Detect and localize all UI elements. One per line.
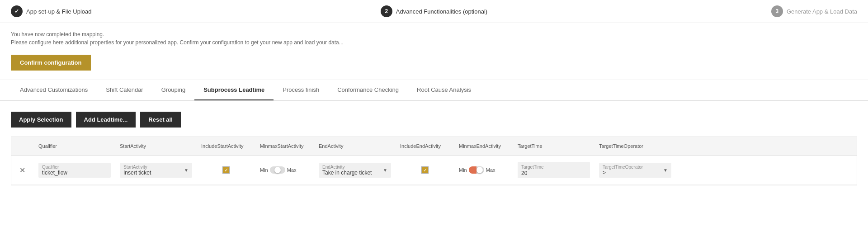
- step1-label: App set-up & File Upload: [26, 8, 92, 15]
- start-activity-select[interactable]: StartActivity Insert ticket ▼: [120, 163, 192, 178]
- tab-process-finish[interactable]: Process finish: [274, 80, 328, 100]
- th-qualifier: Qualifier: [34, 141, 115, 151]
- tabs-bar: Advanced Customizations Shift Calendar G…: [0, 80, 868, 101]
- qualifier-field[interactable]: Qualifier ticket_flow: [38, 163, 111, 178]
- message-text: You have now completed the mapping. Plea…: [11, 30, 857, 47]
- tab-grouping[interactable]: Grouping: [152, 80, 194, 100]
- delete-cell: ✕: [11, 163, 34, 177]
- start-activity-value: Insert ticket: [123, 170, 151, 176]
- minmax-start-cell: Min Max: [255, 165, 314, 175]
- step3-circle: 3: [771, 5, 783, 17]
- tab-shift-calendar[interactable]: Shift Calendar: [97, 80, 152, 100]
- include-start-checkbox[interactable]: ✓: [222, 166, 230, 174]
- start-activity-arrow-icon: ▼: [184, 168, 189, 173]
- include-end-cell: ✓: [396, 165, 454, 175]
- toggle-thumb-start: [274, 167, 281, 173]
- message-area: You have now completed the mapping. Plea…: [0, 23, 868, 51]
- table-header: Qualifier StartActivity IncludeStartActi…: [11, 137, 857, 156]
- th-include-end: IncludeEndActivity: [396, 141, 454, 151]
- end-activity-arrow-icon: ▼: [383, 168, 387, 173]
- step2-circle: 2: [381, 5, 392, 17]
- data-table: Qualifier StartActivity IncludeStartActi…: [11, 137, 857, 185]
- action-buttons: Apply Selection Add Leadtime... Reset al…: [11, 112, 857, 128]
- minmax-start-toggle: Min Max: [260, 166, 310, 174]
- end-activity-value: Take in charge ticket: [322, 170, 372, 176]
- tab-subprocess-leadtime[interactable]: Subprocess Leadtime: [194, 80, 274, 100]
- step2: 2 Advanced Functionalities (optional): [293, 5, 575, 17]
- target-time-label: TargetTime: [521, 165, 544, 170]
- include-end-checkbox[interactable]: ✓: [421, 166, 429, 174]
- qualifier-field-label: Qualifier: [42, 165, 107, 170]
- step3: 3 Generate App & Load Data: [575, 5, 857, 17]
- minmax-start-track[interactable]: [270, 166, 285, 174]
- top-nav: ✓ App set-up & File Upload 2 Advanced Fu…: [0, 0, 868, 23]
- target-time-value: 20: [521, 170, 586, 176]
- th-start-activity: StartActivity: [115, 141, 197, 151]
- confirm-button[interactable]: Confirm configuration: [11, 55, 91, 71]
- tab-root-cause-analysis[interactable]: Root Cause Analysis: [408, 80, 480, 100]
- th-end-activity: EndActivity: [314, 141, 396, 151]
- start-activity-cell: StartActivity Insert ticket ▼: [115, 161, 197, 180]
- toggle-thumb-end: [476, 167, 483, 173]
- table-row: ✕ Qualifier ticket_flow StartActivity In…: [11, 156, 857, 185]
- start-activity-label: StartActivity: [123, 165, 184, 170]
- delete-button[interactable]: ✕: [16, 165, 29, 175]
- target-time-field[interactable]: TargetTime 20: [518, 162, 590, 178]
- step1-circle: ✓: [11, 5, 23, 17]
- th-target-time: TargetTime: [513, 141, 594, 151]
- minmax-end-track[interactable]: [469, 166, 484, 174]
- step1: ✓ App set-up & File Upload: [11, 5, 293, 17]
- target-time-op-value: >: [603, 170, 606, 176]
- reset-all-button[interactable]: Reset all: [140, 112, 180, 128]
- end-activity-cell: EndActivity Take in charge ticket ▼: [314, 161, 396, 180]
- qualifier-cell: Qualifier ticket_flow: [34, 161, 115, 180]
- end-activity-select[interactable]: EndActivity Take in charge ticket ▼: [319, 163, 391, 178]
- tab-conformance-checking[interactable]: Conformance Checking: [328, 80, 408, 100]
- target-time-op-cell: TargetTimeOperator > ▼: [594, 161, 676, 180]
- step2-label: Advanced Functionalities (optional): [396, 8, 487, 15]
- target-time-op-label: TargetTimeOperator: [603, 165, 663, 170]
- th-include-start: IncludeStartActivity: [197, 141, 255, 151]
- max-start-label: Max: [287, 167, 297, 173]
- max-end-label: Max: [486, 167, 495, 173]
- target-time-op-select[interactable]: TargetTimeOperator > ▼: [599, 163, 671, 178]
- apply-selection-button[interactable]: Apply Selection: [11, 112, 71, 128]
- qualifier-field-value: ticket_flow: [42, 170, 67, 176]
- minmax-end-cell: Min Max: [454, 165, 513, 175]
- minmax-end-toggle: Min Max: [459, 166, 509, 174]
- target-time-op-arrow-icon: ▼: [663, 168, 668, 173]
- th-minmax-start: MinmaxStartActivity: [255, 141, 314, 151]
- target-time-cell: TargetTime 20: [513, 160, 594, 180]
- min-end-label: Min: [459, 167, 467, 173]
- th-delete: [11, 141, 34, 151]
- end-activity-label: EndActivity: [322, 165, 383, 170]
- step3-label: Generate App & Load Data: [787, 8, 857, 15]
- th-minmax-end: MinmaxEndActivity: [454, 141, 513, 151]
- add-leadtime-button[interactable]: Add Leadtime...: [76, 112, 136, 128]
- include-start-cell: ✓: [197, 165, 255, 175]
- tab-advanced-customizations[interactable]: Advanced Customizations: [11, 80, 97, 100]
- content-area: Apply Selection Add Leadtime... Reset al…: [0, 101, 868, 196]
- th-target-time-op: TargetTimeOperator: [594, 141, 676, 151]
- min-start-label: Min: [260, 167, 268, 173]
